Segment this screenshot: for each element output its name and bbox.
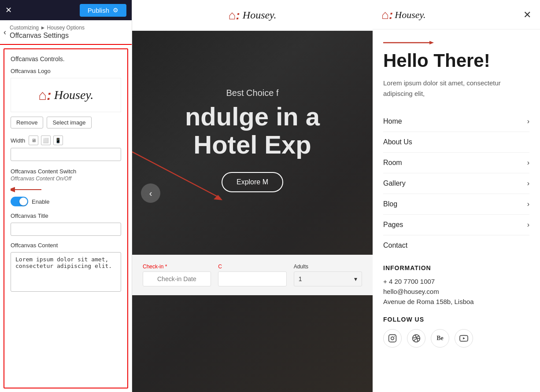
checkin-field: Check-in * 📅: [143, 264, 211, 286]
nav-item-contact[interactable]: Contact: [383, 235, 529, 256]
hero-best-choice: Best Choice f: [132, 88, 373, 98]
adults-select[interactable]: 1 ▾: [294, 271, 362, 286]
brand-logo: ⌂: Housey.: [38, 87, 93, 103]
center-logo-icon: ⌂:: [229, 8, 240, 22]
svg-point-7: [391, 337, 394, 340]
toggle-row: Enable: [11, 197, 121, 206]
nav-item-home[interactable]: Home ›: [383, 111, 529, 132]
logo-section-label: Offcanvas Logo: [11, 68, 121, 74]
nav-item-pages[interactable]: Pages ›: [383, 215, 529, 235]
right-logo-text: Housey.: [395, 9, 425, 21]
offcanvas-nav-menu: Home › About Us Room › Gallery › Blog › …: [383, 111, 529, 256]
dribbble-icon[interactable]: [407, 329, 425, 348]
logo-text: Housey.: [54, 88, 93, 102]
back-button[interactable]: ‹: [4, 28, 6, 37]
enable-label: Enable: [32, 198, 49, 205]
info-title: INFORMATION: [383, 264, 529, 271]
close-button[interactable]: ✕: [5, 5, 12, 15]
remove-logo-button[interactable]: Remove: [11, 117, 43, 128]
svg-marker-10: [463, 337, 465, 340]
adults-field: Adults 1 ▾: [294, 264, 362, 286]
switch-label: Offcanvas Content Switch: [11, 168, 121, 175]
logo-image: ⌂: Housey.: [18, 82, 115, 108]
nav-arrow-icon: ›: [527, 117, 529, 125]
switch-sublabel: Offcanvas Content On/Off: [11, 176, 121, 182]
logo-icon: ⌂:: [38, 87, 52, 103]
youtube-icon[interactable]: [455, 329, 473, 348]
controls-area: Offcanvas Controls. Offcanvas Logo ⌂: Ho…: [4, 48, 128, 388]
center-logo: ⌂: Housey.: [229, 8, 277, 22]
gear-icon[interactable]: ⚙: [113, 7, 118, 14]
center-preview: ⌂: Housey. Best Choice f ndulge in a Hot…: [132, 0, 373, 392]
right-logo-icon: ⌂:: [381, 8, 393, 22]
offcanvas-content-textarea[interactable]: Lorem ipsum dolor sit amet, consectetur …: [11, 252, 121, 292]
page-title: Offcanvas Settings: [10, 32, 85, 40]
tablet-icon[interactable]: ⬜: [41, 136, 51, 145]
nav-arrow-icon-pages: ›: [527, 221, 529, 229]
logo-preview: ⌂: Housey.: [11, 78, 121, 112]
nav-item-blog[interactable]: Blog ›: [383, 194, 529, 215]
title-section: Offcanvas Title Hello There!: [11, 212, 121, 236]
checkout-label: C: [218, 264, 286, 270]
publish-button[interactable]: Publish ⚙: [80, 4, 126, 17]
hero-text-area: Best Choice f ndulge in a Hotel Exp Expl…: [132, 88, 373, 192]
offcanvas-title-input[interactable]: Hello There!: [11, 223, 121, 236]
booking-bar: Check-in * 📅 C 📅 Adults: [132, 255, 373, 295]
hero-main-text: ndulge in a Hotel Exp: [132, 103, 373, 159]
toggle-switch[interactable]: [11, 197, 28, 206]
nav-item-about[interactable]: About Us: [383, 132, 529, 153]
mobile-icon[interactable]: 📱: [53, 136, 63, 145]
info-email: hello@housey.com: [383, 288, 529, 295]
content-section: Offcanvas Content Lorem ipsum dolor sit …: [11, 242, 121, 293]
offcanvas-title: Hello There!: [383, 51, 529, 71]
follow-title: FOLLOW US: [383, 316, 529, 323]
instagram-icon[interactable]: [383, 329, 402, 348]
explore-button[interactable]: Explore M: [222, 172, 283, 192]
right-logo: ⌂: Housey.: [381, 8, 426, 22]
width-icons: 🖥 ⬜ 📱: [29, 136, 63, 145]
checkout-input[interactable]: [218, 271, 286, 286]
nav-bar: ‹ Customizing ► Housey Options Offcanvas…: [0, 20, 132, 45]
svg-point-8: [394, 336, 395, 337]
controls-label: Offcanvas Controls.: [11, 55, 121, 62]
checkin-label: Check-in *: [143, 264, 211, 270]
nav-arrow-icon-blog: ›: [527, 200, 529, 208]
preview-header: ⌂: Housey.: [132, 0, 373, 31]
checkout-field: C 📅: [218, 264, 286, 286]
toggle-thumb: [19, 198, 27, 205]
logo-button-row: Remove Select image: [11, 117, 121, 128]
hero-overlay: [132, 31, 373, 392]
info-address: Avenue de Roma 158b, Lisboa: [383, 298, 529, 305]
right-panel-header: ⌂: Housey. ✕: [373, 0, 540, 29]
svg-marker-5: [429, 41, 434, 44]
offcanvas-description: Lorem ipsum dolor sit amet, consectetur …: [383, 78, 529, 99]
behance-icon[interactable]: Be: [431, 329, 449, 348]
breadcrumb: Customizing ► Housey Options: [10, 25, 85, 31]
left-panel: ✕ Publish ⚙ ‹ Customizing ► Housey Optio…: [0, 0, 132, 392]
social-icons-row: Be: [383, 329, 529, 348]
dropdown-arrow-icon: ▾: [354, 275, 357, 282]
svg-rect-6: [389, 335, 396, 342]
width-section: Width 🖥 ⬜ 📱 138px: [11, 136, 121, 161]
decorative-line: [383, 38, 436, 47]
checkin-input[interactable]: [143, 271, 211, 286]
nav-arrow-icon-gallery: ›: [527, 180, 529, 187]
info-section: INFORMATION + 4 20 7700 1007 hello@house…: [383, 264, 529, 305]
right-panel: ⌂: Housey. ✕ Hello There! Lorem ipsum do…: [373, 0, 540, 392]
nav-arrow-icon-room: ›: [527, 159, 529, 167]
right-close-button[interactable]: ✕: [523, 9, 531, 21]
carousel-prev-button[interactable]: ‹: [141, 183, 160, 203]
select-image-button[interactable]: Select image: [47, 117, 91, 128]
center-logo-text: Housey.: [243, 9, 277, 21]
content-section-label: Offcanvas Content: [11, 242, 121, 249]
arrow-indicator: [11, 185, 46, 194]
follow-section: FOLLOW US Be: [383, 316, 529, 348]
width-input[interactable]: 138px: [11, 148, 121, 161]
info-phone: + 4 20 7700 1007: [383, 278, 529, 285]
title-section-label: Offcanvas Title: [11, 212, 121, 219]
desktop-icon[interactable]: 🖥: [29, 136, 38, 145]
switch-section: Offcanvas Content Switch Offcanvas Conte…: [11, 168, 121, 206]
nav-item-gallery[interactable]: Gallery ›: [383, 173, 529, 194]
preview-content: Best Choice f ndulge in a Hotel Exp Expl…: [132, 31, 373, 392]
nav-item-room[interactable]: Room ›: [383, 153, 529, 173]
